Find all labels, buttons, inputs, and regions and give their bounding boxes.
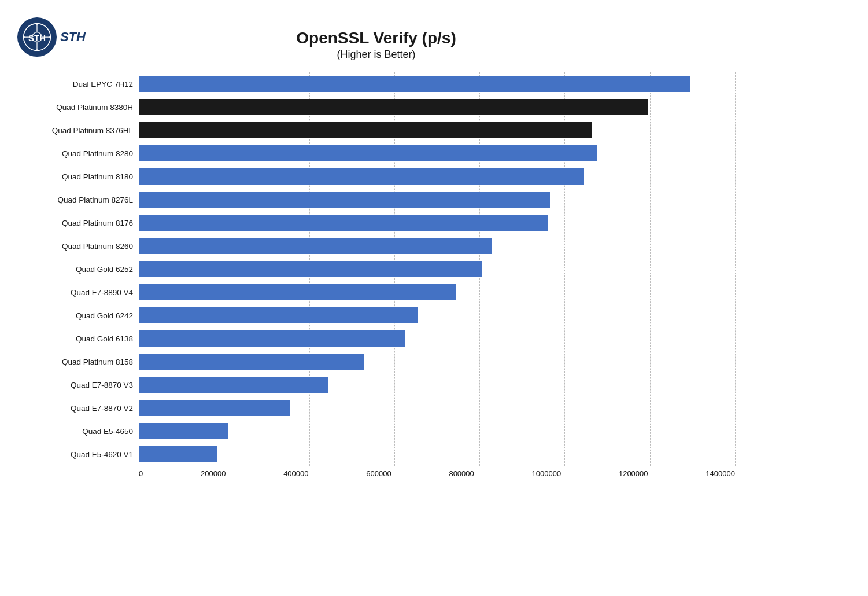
x-axis-tick: 0 — [139, 469, 143, 478]
chart-header: OpenSSL Verify (p/s) (Higher is Better) — [17, 23, 735, 61]
bar — [139, 238, 492, 254]
bar-row — [139, 211, 735, 234]
bar — [139, 192, 550, 208]
y-axis-label: Quad Gold 6252 — [17, 257, 139, 281]
bar — [139, 76, 690, 92]
bar-row — [139, 257, 735, 281]
y-axis-label: Quad Platinum 8376HL — [17, 119, 139, 142]
y-axis-label: Quad Platinum 8180 — [17, 165, 139, 188]
grid-line — [735, 72, 736, 466]
x-axis: 0200000400000600000800000100000012000001… — [139, 469, 735, 478]
bar — [139, 354, 364, 370]
bar-row — [139, 165, 735, 188]
y-axis-label: Quad Platinum 8176 — [17, 211, 139, 234]
bar — [139, 168, 584, 185]
bar — [139, 261, 482, 277]
bar — [139, 99, 648, 115]
bar-row — [139, 420, 735, 443]
bar-row — [139, 95, 735, 119]
x-axis-tick: 1200000 — [619, 469, 648, 478]
bar — [139, 307, 418, 323]
bar — [139, 377, 328, 393]
bar-row — [139, 119, 735, 142]
bar — [139, 284, 456, 300]
bar-row — [139, 72, 735, 95]
y-axis-label: Quad Platinum 8380H — [17, 95, 139, 119]
bar — [139, 122, 592, 138]
bar-row — [139, 234, 735, 257]
y-axis-label: Quad Platinum 8260 — [17, 234, 139, 257]
bar-row — [139, 443, 735, 466]
chart-title: OpenSSL Verify (p/s) — [17, 29, 735, 47]
bar-row — [139, 142, 735, 165]
y-axis-label: Quad E7-8890 V4 — [17, 281, 139, 304]
y-axis-label: Quad Platinum 8158 — [17, 350, 139, 373]
logo-area: STH STH — [17, 17, 86, 57]
bar-row — [139, 396, 735, 420]
y-labels: Dual EPYC 7H12Quad Platinum 8380HQuad Pl… — [17, 72, 139, 466]
y-axis-label: Quad E5-4650 — [17, 420, 139, 443]
chart-container: STH STH OpenSSL Verify (p/s) (Higher is … — [12, 12, 741, 490]
y-axis-label: Quad Platinum 8280 — [17, 142, 139, 165]
bar — [139, 423, 228, 439]
bar-row — [139, 304, 735, 327]
bar-row — [139, 373, 735, 396]
x-axis-tick: 400000 — [283, 469, 308, 478]
y-axis-label: Quad E7-8870 V3 — [17, 373, 139, 396]
bars-and-grid — [139, 72, 735, 466]
bar-row — [139, 327, 735, 350]
y-axis-label: Quad E5-4620 V1 — [17, 443, 139, 466]
bars-section: Dual EPYC 7H12Quad Platinum 8380HQuad Pl… — [17, 72, 735, 466]
bar — [139, 330, 405, 347]
bar-row — [139, 188, 735, 211]
chart-subtitle: (Higher is Better) — [17, 49, 735, 61]
bar-row — [139, 281, 735, 304]
y-axis-label: Quad Gold 6138 — [17, 327, 139, 350]
y-axis-label: Dual EPYC 7H12 — [17, 72, 139, 95]
logo-circle: STH — [17, 17, 57, 57]
y-axis-label: Quad Gold 6242 — [17, 304, 139, 327]
logo-icon: STH — [23, 23, 51, 51]
logo-text: STH — [60, 30, 86, 45]
x-axis-tick: 200000 — [201, 469, 226, 478]
svg-text:STH: STH — [28, 33, 46, 43]
chart-area: Dual EPYC 7H12Quad Platinum 8380HQuad Pl… — [17, 72, 735, 478]
x-axis-tick: 800000 — [449, 469, 474, 478]
bar — [139, 446, 217, 462]
bar — [139, 400, 290, 416]
bar — [139, 145, 597, 161]
y-axis-label: Quad E7-8870 V2 — [17, 396, 139, 420]
x-axis-tick: 1400000 — [706, 469, 735, 478]
x-axis-tick: 1000000 — [532, 469, 562, 478]
y-axis-label: Quad Platinum 8276L — [17, 188, 139, 211]
bar-row — [139, 350, 735, 373]
bar — [139, 215, 548, 231]
x-axis-tick: 600000 — [366, 469, 391, 478]
